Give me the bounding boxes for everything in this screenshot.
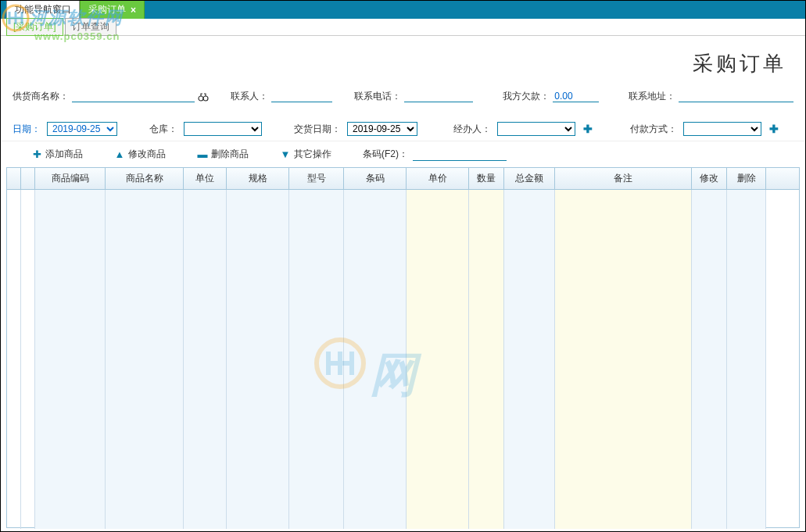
header-unit[interactable]: 单位 bbox=[184, 168, 227, 189]
edit-product-button[interactable]: ▲ 修改商品 bbox=[114, 148, 166, 161]
col-blank2 bbox=[21, 190, 35, 529]
edit-label: 修改商品 bbox=[128, 148, 166, 161]
debt-input bbox=[553, 91, 599, 102]
col-qty bbox=[469, 190, 504, 529]
header-name[interactable]: 商品名称 bbox=[106, 168, 184, 189]
close-icon[interactable]: × bbox=[131, 5, 136, 16]
other-label: 其它操作 bbox=[294, 148, 331, 161]
header-qty[interactable]: 数量 bbox=[469, 168, 504, 189]
delivery-select[interactable]: 2019-09-25 bbox=[347, 122, 417, 136]
col-name bbox=[106, 190, 184, 529]
col-model bbox=[289, 190, 344, 529]
header-blank2 bbox=[21, 168, 35, 189]
tab-purchase-order[interactable]: 采购订单 × bbox=[80, 0, 145, 19]
col-blank1 bbox=[7, 190, 21, 529]
sub-tabs: [采购订单] 订单查询 bbox=[0, 19, 806, 36]
header-amount[interactable]: 总金额 bbox=[504, 168, 555, 189]
binoculars-icon[interactable] bbox=[198, 91, 209, 102]
toolbar: ✚ 添加商品 ▲ 修改商品 ▬ 删除商品 ▼ 其它操作 条码(F2)： bbox=[0, 141, 806, 167]
col-amount bbox=[504, 190, 555, 529]
svg-point-2 bbox=[199, 96, 203, 101]
warehouse-select[interactable] bbox=[184, 122, 262, 136]
main-tabs: 功能导航窗口 采购订单 × bbox=[0, 0, 806, 19]
supplier-input[interactable] bbox=[72, 91, 195, 102]
contact-label: 联系人： bbox=[231, 90, 268, 103]
date-select[interactable]: 2019-09-25 bbox=[47, 122, 117, 136]
header-price[interactable]: 单价 bbox=[407, 168, 469, 189]
form-row-supplier: 供货商名称： 联系人： 联系电话： 我方欠款： 联系地址： bbox=[0, 85, 806, 108]
address-input[interactable] bbox=[679, 91, 793, 102]
form-row-date: 日期： 2019-09-25 仓库： 交货日期： 2019-09-25 经办人：… bbox=[0, 117, 806, 141]
tab-label: 采购订单 bbox=[88, 3, 126, 16]
header-model[interactable]: 型号 bbox=[289, 168, 344, 189]
col-price bbox=[407, 190, 469, 529]
subtab-order[interactable]: [采购订单] bbox=[6, 18, 63, 36]
header-delete[interactable]: 删除 bbox=[727, 168, 766, 189]
payment-label: 付款方式： bbox=[630, 123, 677, 136]
debt-label: 我方欠款： bbox=[503, 90, 550, 103]
triangle-down-icon: ▼ bbox=[280, 148, 291, 160]
col-spec bbox=[227, 190, 289, 529]
contact-input[interactable] bbox=[271, 91, 332, 102]
header-spec[interactable]: 规格 bbox=[227, 168, 289, 189]
phone-input[interactable] bbox=[404, 91, 473, 102]
col-delete bbox=[727, 190, 766, 529]
header-code[interactable]: 商品编码 bbox=[35, 168, 106, 189]
phone-label: 联系电话： bbox=[354, 90, 401, 103]
tab-label: 功能导航窗口 bbox=[15, 3, 71, 16]
col-barcode bbox=[344, 190, 407, 529]
warehouse-label: 仓库： bbox=[149, 123, 177, 136]
product-grid: 商品编码 商品名称 单位 规格 型号 条码 单价 数量 总金额 备注 修改 删除 bbox=[6, 167, 800, 528]
delete-product-button[interactable]: ▬ 删除商品 bbox=[197, 148, 249, 161]
page-title: 采购订单 bbox=[693, 52, 786, 75]
agent-label: 经办人： bbox=[453, 123, 491, 136]
header-blank1 bbox=[7, 168, 21, 189]
header-edit[interactable]: 修改 bbox=[692, 168, 727, 189]
add-product-button[interactable]: ✚ 添加商品 bbox=[31, 148, 83, 161]
col-code bbox=[35, 190, 106, 529]
delete-label: 删除商品 bbox=[211, 148, 249, 161]
col-remark bbox=[555, 190, 692, 529]
date-label: 日期： bbox=[13, 123, 41, 136]
barcode-input[interactable] bbox=[413, 148, 507, 161]
minus-icon: ▬ bbox=[197, 148, 208, 160]
svg-point-3 bbox=[203, 96, 208, 101]
plus-icon: ✚ bbox=[31, 148, 42, 160]
payment-select[interactable] bbox=[683, 122, 761, 136]
address-label: 联系地址： bbox=[629, 90, 675, 103]
agent-select[interactable] bbox=[497, 122, 575, 136]
subtab-query[interactable]: 订单查询 bbox=[65, 18, 116, 36]
supplier-label: 供货商名称： bbox=[13, 90, 69, 103]
add-payment-button[interactable]: ✚ bbox=[768, 123, 780, 135]
delivery-label: 交货日期： bbox=[294, 123, 341, 136]
triangle-up-icon: ▲ bbox=[114, 148, 125, 160]
tab-navigation[interactable]: 功能导航窗口 bbox=[6, 0, 80, 19]
grid-body[interactable] bbox=[7, 190, 799, 529]
header-barcode[interactable]: 条码 bbox=[344, 168, 407, 189]
col-edit bbox=[692, 190, 727, 529]
grid-header: 商品编码 商品名称 单位 规格 型号 条码 单价 数量 总金额 备注 修改 删除 bbox=[7, 168, 799, 190]
barcode-label: 条码(F2)： bbox=[363, 148, 408, 161]
other-actions-button[interactable]: ▼ 其它操作 bbox=[280, 148, 331, 161]
add-agent-button[interactable]: ✚ bbox=[582, 123, 594, 135]
col-unit bbox=[184, 190, 227, 529]
add-label: 添加商品 bbox=[45, 148, 83, 161]
header-remark[interactable]: 备注 bbox=[555, 168, 692, 189]
